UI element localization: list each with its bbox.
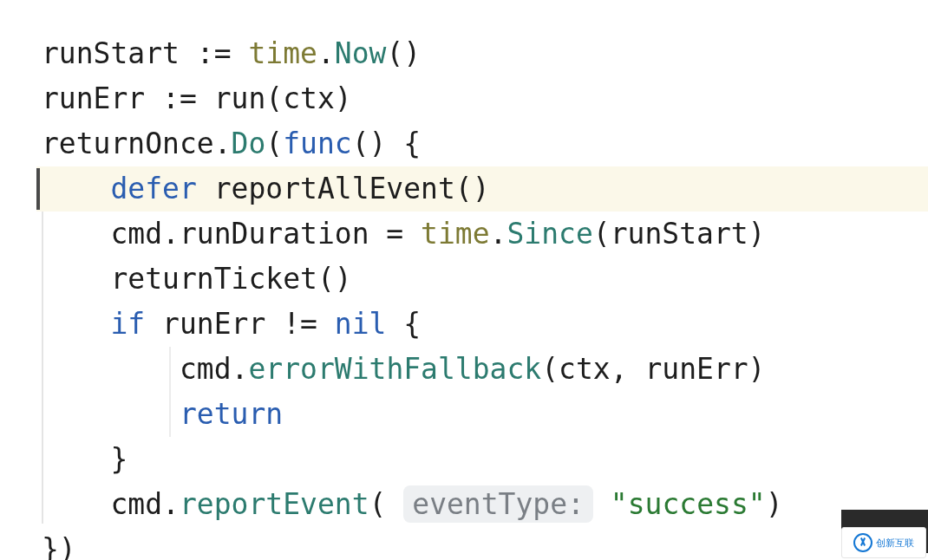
- code-token: .: [490, 217, 507, 251]
- code-token-keyword: return: [180, 397, 283, 431]
- code-token-func: errorWithFallback: [248, 352, 541, 386]
- code-token: cmd.: [110, 487, 179, 521]
- code-indent: [42, 262, 110, 296]
- code-token-keyword: defer: [110, 172, 196, 205]
- watermark-badge: 创新互联: [841, 527, 926, 558]
- parameter-hint: eventType:: [403, 485, 593, 523]
- code-editor-viewport: runStart := time.Now() runErr := run(ctx…: [0, 0, 928, 560]
- code-token: cmd.: [180, 352, 248, 386]
- code-token: }): [42, 532, 76, 560]
- code-token-func: reportEvent: [180, 487, 369, 521]
- code-token-keyword: nil: [335, 307, 387, 341]
- code-token: (runStart): [593, 217, 766, 251]
- code-indent: [42, 217, 110, 251]
- code-token-package: time: [421, 217, 489, 251]
- code-token: }: [110, 442, 127, 476]
- code-token-func: Do: [232, 127, 266, 160]
- code-indent: [42, 352, 180, 386]
- code-indent: [42, 172, 110, 205]
- watermark-text: 创新互联: [876, 537, 914, 550]
- code-token: ): [766, 487, 783, 521]
- code-token-func: Now: [335, 36, 387, 70]
- code-token-keyword: if: [110, 307, 145, 341]
- code-block: runStart := time.Now() runErr := run(ctx…: [42, 31, 783, 560]
- watermark-logo-icon: [853, 533, 872, 552]
- code-token-keyword: func: [283, 127, 351, 160]
- code-token: runErr !=: [145, 307, 335, 341]
- code-indent: [42, 442, 110, 476]
- code-token: (: [265, 127, 283, 160]
- code-token-package: time: [248, 36, 317, 70]
- code-token: runStart :=: [42, 36, 248, 70]
- code-token: (): [386, 36, 421, 70]
- code-token: returnTicket(): [110, 262, 351, 296]
- code-token-string: "success": [611, 487, 766, 521]
- code-indent: [42, 487, 110, 521]
- code-indent: [42, 307, 110, 341]
- code-token: runErr := run(ctx): [42, 81, 352, 115]
- code-token: reportAllEvent(): [197, 172, 490, 205]
- code-token: {: [386, 307, 421, 341]
- code-token: (ctx, runErr): [541, 352, 765, 386]
- code-indent: [42, 397, 180, 431]
- code-token-func: Since: [506, 217, 592, 251]
- code-token: [593, 487, 611, 521]
- code-token: .: [317, 36, 335, 70]
- code-token: returnOnce.: [42, 127, 232, 160]
- code-token: (: [369, 487, 404, 521]
- code-token: cmd.runDuration =: [110, 217, 421, 251]
- code-token: () {: [352, 127, 421, 160]
